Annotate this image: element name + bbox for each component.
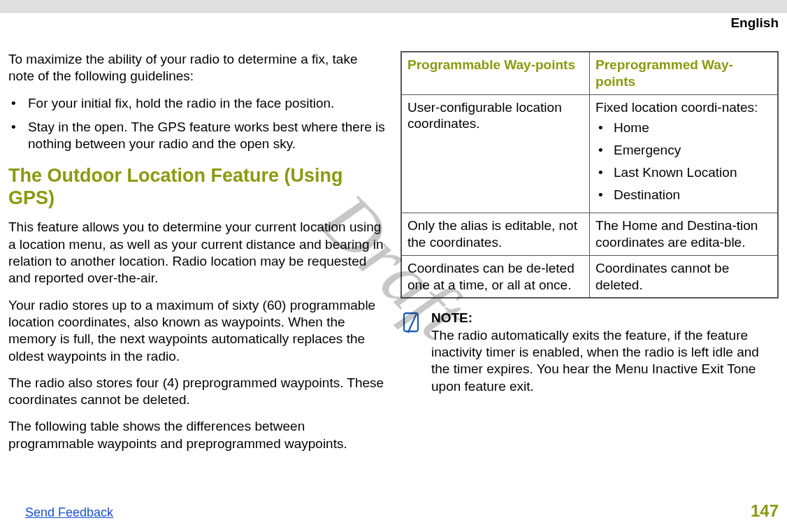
- note-block: NOTE: The radio automatically exits the …: [400, 310, 779, 395]
- table-cell: Coordinates can be de-leted one at a tim…: [401, 255, 590, 298]
- preprog-list: Home Emergency Last Known Location Desti…: [595, 120, 772, 203]
- intro-text: To maximize the ability of your radio to…: [8, 51, 387, 85]
- body-paragraph: Your radio stores up to a maximum of six…: [8, 297, 387, 365]
- table-cell: The Home and Destina-tion coordinates ar…: [590, 213, 778, 256]
- note-text: The radio automatically exits the featur…: [431, 328, 759, 394]
- section-heading: The Outdoor Location Feature (Using GPS): [8, 164, 387, 210]
- send-feedback-link[interactable]: Send Feedback: [25, 505, 113, 520]
- table-header-prog: Programmable Way-points: [401, 52, 590, 94]
- table-header-preprog: Preprogrammed Way-points: [590, 52, 778, 94]
- note-body: NOTE: The radio automatically exits the …: [431, 310, 779, 395]
- list-item: Stay in the open. The GPS feature works …: [8, 119, 387, 153]
- left-column: To maximize the ability of your radio to…: [8, 51, 387, 462]
- table-row: Coordinates can be de-leted one at a tim…: [401, 255, 778, 298]
- window-titlebar: [0, 0, 787, 13]
- list-item: For your initial fix, hold the radio in …: [8, 95, 387, 112]
- note-icon: [400, 311, 421, 335]
- list-item: Emergency: [595, 142, 772, 159]
- page-footer: Send Feedback 147: [8, 501, 779, 521]
- table-cell: Fixed location coordi-nates: Home Emerge…: [590, 94, 778, 213]
- body-paragraph: The radio also stores four (4) preprogra…: [8, 375, 387, 409]
- table-row: User-configurable location coordinates. …: [401, 94, 778, 213]
- table-cell: User-configurable location coordinates.: [401, 94, 590, 213]
- list-item: Home: [595, 120, 772, 136]
- list-item: Destination: [595, 187, 772, 203]
- table-cell: Only the alias is editable, not the coor…: [401, 213, 590, 256]
- list-item: Last Known Location: [595, 164, 772, 181]
- body-paragraph: The following table shows the difference…: [8, 418, 387, 452]
- guidelines-list: For your initial fix, hold the radio in …: [8, 95, 387, 153]
- right-column: Programmable Way-points Preprogrammed Wa…: [400, 51, 779, 462]
- table-row: Only the alias is editable, not the coor…: [401, 213, 778, 256]
- page-body: To maximize the ability of your radio to…: [0, 13, 787, 462]
- page-number: 147: [751, 501, 779, 521]
- body-paragraph: This feature allows you to determine you…: [8, 219, 387, 287]
- table-cell: Coordinates cannot be deleted.: [590, 255, 778, 298]
- cell-lead: Fixed location coordi-nates:: [595, 100, 758, 115]
- waypoints-table: Programmable Way-points Preprogrammed Wa…: [400, 51, 779, 299]
- note-title: NOTE:: [431, 310, 472, 325]
- language-label: English: [730, 15, 779, 31]
